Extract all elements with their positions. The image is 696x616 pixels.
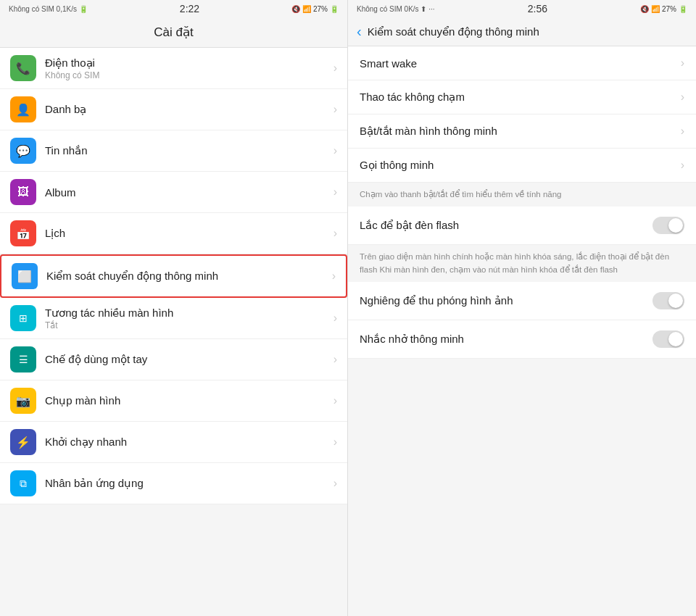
multiscreen-icon: ⊞ <box>10 305 36 331</box>
toggle-knob <box>668 218 683 233</box>
item-text: Chế độ dùng một tay <box>45 353 334 366</box>
chevron-icon: › <box>681 57 684 70</box>
toggle-knob <box>668 332 683 346</box>
chevron-icon: › <box>681 91 684 104</box>
chevron-icon: › <box>334 62 337 75</box>
item-text: Nhân bản ứng dụng <box>45 477 334 490</box>
appclone-icon: ⧉ <box>10 470 36 496</box>
right-settings-list: Smart wake › Thao tác không chạm › Bật/t… <box>348 46 696 616</box>
left-panel: Không có SIM 0,1K/s 🔋 2:22 🔇 📶 27% 🔋 Cài… <box>0 0 348 616</box>
right-time: 2:56 <box>528 3 547 14</box>
chevron-icon: › <box>334 477 337 490</box>
list-item[interactable]: 📷 Chụp màn hình › <box>0 380 347 422</box>
list-item[interactable]: 👤 Danh bạ › <box>0 89 347 130</box>
chevron-icon: › <box>334 144 337 157</box>
smart-reminder-toggle[interactable] <box>652 330 684 348</box>
shake-flash-toggle[interactable] <box>652 217 684 234</box>
left-settings-list: 📞 Điện thoại Không có SIM › 👤 Danh bạ › … <box>0 48 347 616</box>
smart-wake-item[interactable]: Smart wake › <box>348 46 696 80</box>
item-text: Tương tác nhiều màn hình Tắt <box>45 307 334 330</box>
chevron-icon: › <box>334 394 337 407</box>
left-time: 2:22 <box>180 3 199 14</box>
onehand-icon: ☰ <box>10 346 36 372</box>
smart-reminder-item[interactable]: Nhắc nhở thông minh <box>348 320 696 359</box>
toggle-knob <box>668 294 683 308</box>
chevron-icon: › <box>334 353 337 366</box>
shake-flash-item[interactable]: Lắc để bật đèn flash <box>348 207 696 245</box>
flash-desc: Trên giao diện màn hình chính hoặc màn h… <box>348 245 696 282</box>
list-item[interactable]: ☰ Chế độ dùng một tay › <box>0 339 347 380</box>
tilt-zoom-toggle[interactable] <box>652 292 684 309</box>
smart-call-item[interactable]: Gọi thông minh › <box>348 149 696 183</box>
list-item[interactable]: 📅 Lịch › <box>0 213 347 254</box>
list-item[interactable]: 💬 Tin nhắn › <box>0 130 347 172</box>
right-status-bar: Không có SIM 0K/s ⬆ ··· 2:56 🔇 📶 27% 🔋 <box>348 0 696 17</box>
chevron-icon: › <box>681 125 684 138</box>
list-item[interactable]: 📞 Điện thoại Không có SIM › <box>0 48 347 89</box>
list-item[interactable]: ⊞ Tương tác nhiều màn hình Tắt › <box>0 298 347 339</box>
chevron-icon: › <box>334 312 337 325</box>
item-text: Khởi chạy nhanh <box>45 436 334 449</box>
right-panel: Không có SIM 0K/s ⬆ ··· 2:56 🔇 📶 27% 🔋 ‹… <box>348 0 696 616</box>
list-item[interactable]: ⧉ Nhân bản ứng dụng › <box>0 463 347 504</box>
item-text: Điện thoại Không có SIM <box>45 57 334 80</box>
item-text: Tin nhắn <box>45 144 334 157</box>
album-icon: 🖼 <box>10 179 36 205</box>
back-button[interactable]: ‹ <box>357 23 362 40</box>
smart-motion-icon: ⬜ <box>12 263 38 289</box>
smart-call-desc: Chạm vào thanh bật/tắt để tìm hiểu thêm … <box>348 183 696 207</box>
quicklaunch-icon: ⚡ <box>10 429 36 455</box>
no-touch-item[interactable]: Thao tác không chạm › <box>348 80 696 115</box>
item-text: Lịch <box>45 227 334 240</box>
chevron-icon: › <box>332 270 336 283</box>
left-carrier: Không có SIM 0,1K/s 🔋 <box>9 5 88 13</box>
messages-icon: 💬 <box>10 138 36 164</box>
chevron-icon: › <box>334 227 337 240</box>
right-carrier: Không có SIM 0K/s ⬆ ··· <box>357 5 435 13</box>
phone-icon: 📞 <box>10 55 36 81</box>
item-text: Danh bạ <box>45 103 334 116</box>
smart-motion-item[interactable]: ⬜ Kiểm soát chuyển động thông minh › <box>0 254 347 298</box>
calendar-icon: 📅 <box>10 220 36 246</box>
right-status-icons: 🔇 📶 27% 🔋 <box>640 5 687 13</box>
left-status-icons: 🔇 📶 27% 🔋 <box>291 5 339 13</box>
chevron-icon: › <box>681 159 684 172</box>
left-status-bar: Không có SIM 0,1K/s 🔋 2:22 🔇 📶 27% 🔋 <box>0 0 347 17</box>
smart-screen-item[interactable]: Bật/tắt màn hình thông minh › <box>348 115 696 149</box>
tilt-zoom-item[interactable]: Nghiêng để thu phóng hình ảnh <box>348 282 696 320</box>
chevron-icon: › <box>334 103 337 116</box>
left-header: Cài đặt <box>0 17 347 48</box>
chevron-icon: › <box>334 186 337 199</box>
list-item[interactable]: 🖼 Album › <box>0 172 347 213</box>
screenshot-icon: 📷 <box>10 388 36 414</box>
chevron-icon: › <box>334 436 337 449</box>
contacts-icon: 👤 <box>10 96 36 122</box>
list-item[interactable]: ⚡ Khởi chạy nhanh › <box>0 422 347 463</box>
item-text: Chụp màn hình <box>45 394 334 407</box>
right-header-title: Kiểm soát chuyển động thông minh <box>368 25 539 38</box>
item-text: Kiểm soát chuyển động thông minh <box>46 270 332 283</box>
right-header: ‹ Kiểm soát chuyển động thông minh <box>348 17 696 46</box>
item-text: Album <box>45 186 334 199</box>
